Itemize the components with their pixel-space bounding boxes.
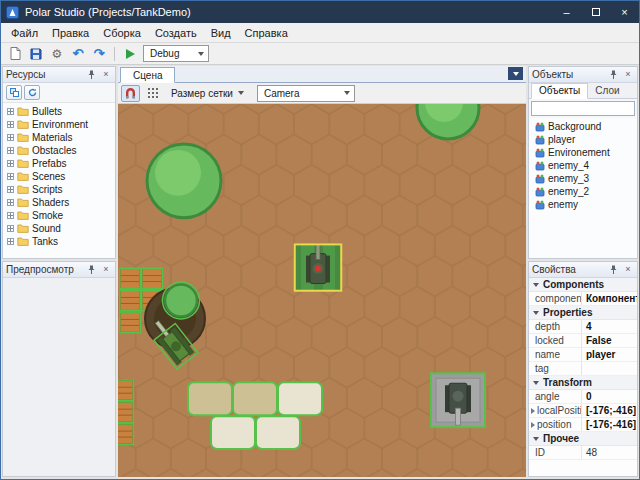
resource-folder-row[interactable]: Materials — [3, 131, 115, 144]
panel-close-button[interactable]: × — [622, 264, 634, 276]
property-row[interactable]: lockedFalse — [529, 334, 637, 348]
pin-icon[interactable] — [607, 69, 619, 81]
resource-folder-row[interactable]: Scenes — [3, 170, 115, 183]
tab-objects[interactable]: Объекты — [531, 83, 588, 99]
group-label: Properties — [543, 307, 592, 318]
menu-item[interactable]: Вид — [204, 25, 238, 41]
panel-close-button[interactable]: × — [622, 69, 634, 81]
grid-size-dropdown[interactable]: Размер сетки — [165, 85, 250, 102]
pin-icon[interactable] — [607, 264, 619, 276]
expander-icon[interactable] — [7, 225, 14, 232]
objects-search-input[interactable] — [531, 101, 635, 116]
property-value[interactable]: False — [581, 334, 637, 347]
resource-folder-row[interactable]: Tanks — [3, 235, 115, 248]
property-row[interactable]: componentКомпоненты — [529, 292, 637, 306]
scene-object-row[interactable]: player — [529, 133, 637, 146]
resource-folder-row[interactable]: Smoke — [3, 209, 115, 222]
new-file-button[interactable] — [5, 45, 25, 63]
property-row[interactable]: angle0 — [529, 390, 637, 404]
crate-stack-bottom[interactable] — [118, 380, 133, 444]
scene-object-row[interactable]: Environement — [529, 146, 637, 159]
close-icon: × — [103, 265, 108, 274]
property-value[interactable]: 4 — [581, 320, 637, 333]
expander-icon[interactable] — [7, 134, 14, 141]
snap-toggle-button[interactable] — [121, 85, 140, 102]
camera-select[interactable]: Camera — [257, 85, 355, 102]
tab-scene[interactable]: Сцена — [120, 67, 175, 83]
property-value[interactable] — [581, 362, 637, 375]
grid-toggle-button[interactable] — [143, 85, 162, 102]
expander-icon[interactable] — [7, 238, 14, 245]
property-value[interactable]: [-176;-416] — [581, 404, 637, 417]
menu-item[interactable]: Сборка — [96, 25, 148, 41]
property-value[interactable]: 48 — [581, 446, 637, 459]
expander-icon[interactable] — [7, 108, 14, 115]
menu-item[interactable]: Правка — [45, 25, 96, 41]
resource-folder-row[interactable]: Bullets — [3, 105, 115, 118]
panel-close-button[interactable]: × — [100, 69, 112, 81]
chevron-down-icon — [238, 91, 244, 95]
maximize-button[interactable] — [581, 1, 610, 23]
expander-icon[interactable] — [7, 173, 14, 180]
resource-folder-row[interactable]: Obstacles — [3, 144, 115, 157]
property-value[interactable]: 0 — [581, 390, 637, 403]
scene-object-row[interactable]: enemy — [529, 198, 637, 211]
expander-icon[interactable] — [7, 186, 14, 193]
property-group-header[interactable]: Components — [529, 278, 637, 292]
debug-mode-select[interactable]: Debug — [143, 45, 209, 62]
scene-canvas[interactable] — [118, 104, 526, 477]
property-row[interactable]: depth4 — [529, 320, 637, 334]
resource-folder-row[interactable]: Shaders — [3, 196, 115, 209]
property-row[interactable]: localPositi[-176;-416] — [529, 404, 637, 418]
folder-name: Scenes — [32, 171, 65, 182]
expander-icon[interactable] — [7, 212, 14, 219]
resource-folder-row[interactable]: Scripts — [3, 183, 115, 196]
player-tank[interactable] — [294, 244, 342, 292]
resource-folder-row[interactable]: Prefabs — [3, 157, 115, 170]
scene-object-row[interactable]: enemy_3 — [529, 172, 637, 185]
expander-icon[interactable] — [7, 121, 14, 128]
refresh-button[interactable] — [24, 85, 40, 100]
expander-icon[interactable] — [7, 160, 14, 167]
property-group-header[interactable]: Transform — [529, 376, 637, 390]
resource-folder-row[interactable]: Sound — [3, 222, 115, 235]
collapse-all-button[interactable] — [6, 85, 22, 100]
property-group-header[interactable]: Properties — [529, 306, 637, 320]
property-value[interactable]: [-176;-416] — [581, 418, 637, 431]
tab-layers[interactable]: Слои — [588, 84, 626, 98]
expander-icon[interactable] — [7, 199, 14, 206]
close-button[interactable]: × — [610, 1, 639, 23]
property-row[interactable]: position[-176;-416] — [529, 418, 637, 432]
settings-button[interactable]: ⚙ — [47, 45, 67, 63]
tree-left[interactable] — [147, 144, 221, 218]
enemy-tank-right[interactable] — [431, 373, 485, 427]
property-row[interactable]: tag — [529, 362, 637, 376]
grid-size-label: Размер сетки — [171, 88, 233, 99]
run-button[interactable] — [120, 45, 140, 63]
expander-icon[interactable] — [7, 147, 14, 154]
resource-folder-row[interactable]: Environment — [3, 118, 115, 131]
expand-arrow-icon[interactable] — [531, 408, 535, 414]
scene-object-row[interactable]: enemy_4 — [529, 159, 637, 172]
menu-item[interactable]: Файл — [4, 25, 45, 41]
tab-list-button[interactable] — [508, 67, 523, 80]
scene-object-row[interactable]: enemy_2 — [529, 185, 637, 198]
property-row[interactable]: nameplayer — [529, 348, 637, 362]
menu-item[interactable]: Создать — [148, 25, 204, 41]
panel-close-button[interactable]: × — [100, 264, 112, 276]
expand-arrow-icon[interactable] — [531, 422, 535, 428]
redo-button[interactable]: ↷ — [89, 45, 109, 63]
undo-button[interactable]: ↶ — [68, 45, 88, 63]
scene-object-row[interactable]: Background — [529, 120, 637, 133]
bush-selected[interactable] — [163, 282, 200, 319]
minimize-button[interactable]: – — [552, 1, 581, 23]
pin-icon[interactable] — [85, 69, 97, 81]
property-row[interactable]: ID48 — [529, 446, 637, 460]
property-value[interactable]: player — [581, 348, 637, 361]
property-value[interactable]: Компоненты — [581, 292, 637, 305]
property-group-header[interactable]: Прочее — [529, 432, 637, 446]
save-button[interactable] — [26, 45, 46, 63]
property-key: depth — [529, 321, 581, 332]
menu-item[interactable]: Справка — [238, 25, 295, 41]
pin-icon[interactable] — [85, 264, 97, 276]
